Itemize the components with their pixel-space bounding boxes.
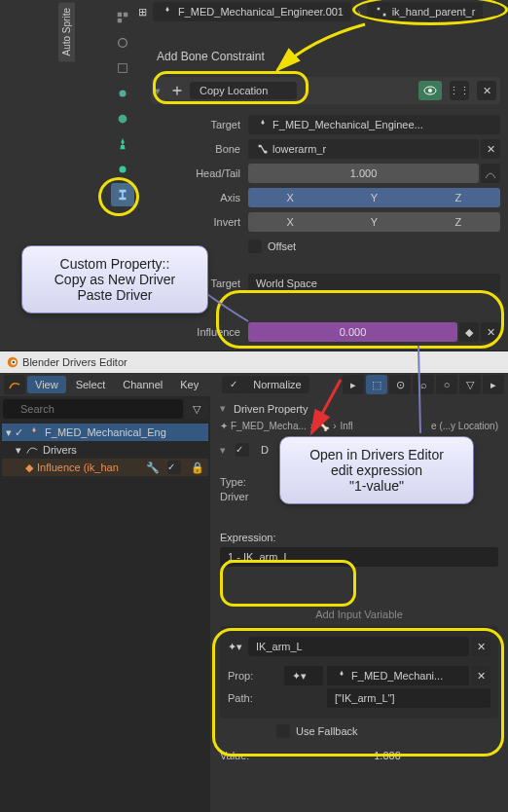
- bc-armature[interactable]: ✦ F_MED_Mecha...: [220, 421, 307, 431]
- fallback-checkbox[interactable]: [276, 724, 290, 738]
- invert-y-button[interactable]: Y: [332, 212, 416, 232]
- expression-label: Expression:: [220, 532, 498, 543]
- var-type-icon[interactable]: ✦▾: [228, 641, 242, 653]
- filter-button[interactable]: ▽: [459, 375, 481, 394]
- snap-button[interactable]: ⌕: [413, 375, 434, 394]
- select-menu[interactable]: Select: [68, 376, 114, 393]
- bone-label: Bone: [151, 143, 248, 155]
- key-menu[interactable]: Key: [172, 376, 206, 393]
- clear-prop-button[interactable]: ✕: [471, 666, 490, 685]
- select-box-button[interactable]: ⬚: [366, 375, 387, 394]
- influence-keyframe-button[interactable]: ◆: [459, 322, 479, 342]
- prop-value-field[interactable]: F_MED_Mechani...: [327, 666, 469, 685]
- bone-small-icon: [375, 5, 388, 18]
- path-field[interactable]: ["IK_arm_L"]: [327, 688, 490, 708]
- svg-point-4: [120, 166, 127, 173]
- render-icon[interactable]: [111, 31, 134, 55]
- search-input[interactable]: [3, 399, 183, 419]
- tree-influence-label: Influence (ik_han: [37, 461, 119, 473]
- headtail-curve-button[interactable]: [481, 164, 500, 183]
- value-label: Value:: [220, 750, 276, 761]
- add-bone-constraint[interactable]: Add Bone Constraint: [151, 44, 500, 69]
- armature-icon[interactable]: [111, 132, 134, 156]
- eye-icon: [423, 86, 437, 95]
- normalize-checkbox[interactable]: [230, 378, 243, 391]
- svg-point-9: [13, 361, 16, 364]
- bone-tiny-icon: [256, 142, 270, 156]
- tree-lock-icon[interactable]: 🔒: [191, 461, 204, 474]
- expression-field[interactable]: 1 - IK_arm_L: [220, 547, 498, 567]
- bone-field[interactable]: lowerarm_r: [248, 139, 479, 159]
- invert-label: Invert: [151, 216, 248, 228]
- tree-wrench-icon[interactable]: 🔧: [146, 461, 160, 474]
- auto-sprite-tab[interactable]: Auto Sprite: [58, 2, 75, 61]
- d-label: D: [261, 444, 269, 456]
- variable-name-field[interactable]: IK_arm_L: [248, 637, 469, 656]
- chevron-icon: ›: [357, 6, 361, 18]
- expand-icon[interactable]: [155, 85, 164, 97]
- delete-variable-button[interactable]: ✕: [471, 637, 490, 656]
- offset-label: Offset: [268, 240, 296, 252]
- axis-z-button[interactable]: Z: [417, 188, 500, 207]
- callout-drivers-editor: Open in Drivers Editor edit expression "…: [279, 436, 474, 504]
- world-icon[interactable]: [111, 107, 134, 130]
- tree-influence-row[interactable]: ◆ Influence (ik_han 🔧 🔒: [2, 459, 208, 476]
- svg-rect-1: [119, 64, 127, 73]
- headtail-field[interactable]: 1.000: [248, 164, 479, 183]
- target-label: Target: [151, 119, 248, 130]
- invert-x-button[interactable]: X: [248, 212, 332, 232]
- clear-bone-button[interactable]: ✕: [481, 139, 500, 159]
- armature-name: F_MED_Mechanical_Engineer.001: [178, 6, 344, 18]
- tree-drivers-row[interactable]: ▾ Drivers: [2, 441, 208, 459]
- channel-menu[interactable]: Channel: [115, 376, 170, 393]
- view-menu[interactable]: View: [27, 376, 66, 393]
- value-display: 1.000: [276, 750, 498, 761]
- filter-icon[interactable]: ▽: [186, 399, 207, 419]
- bone-breadcrumb[interactable]: ik_hand_parent_r: [367, 2, 484, 21]
- axis-buttons: X Y Z: [248, 188, 500, 207]
- axis-y-button[interactable]: Y: [332, 188, 416, 207]
- callout-custom-property: Custom Property:: Copy as New Driver Pas…: [21, 245, 208, 314]
- proportional-button[interactable]: ○: [436, 375, 457, 394]
- bone-constraint-icon[interactable]: [111, 183, 134, 206]
- constraint-visibility-button[interactable]: [418, 81, 442, 100]
- prop-type-dropdown[interactable]: ✦▾: [284, 666, 323, 685]
- bc-property[interactable]: Infl: [341, 421, 353, 431]
- svg-point-3: [119, 115, 127, 124]
- delete-constraint-button[interactable]: ✕: [477, 81, 496, 100]
- pivot-button[interactable]: ⊙: [389, 375, 411, 394]
- copy-location-icon: [170, 84, 184, 97]
- driven-property-breadcrumb: ✦ F_MED_Mecha... › 🦴 › Infl e (...y Loca…: [220, 421, 498, 431]
- sidebar-toggle-button[interactable]: ▸: [483, 375, 504, 394]
- editor-type-button[interactable]: [4, 375, 25, 394]
- constraint-name-field[interactable]: Copy Location: [190, 82, 297, 99]
- influence-slider[interactable]: 0.000: [248, 322, 457, 342]
- armature-breadcrumb[interactable]: F_MED_Mechanical_Engineer.001: [153, 2, 351, 21]
- target-space-field[interactable]: World Space: [248, 274, 500, 293]
- output-icon[interactable]: [111, 56, 134, 80]
- tool-icon[interactable]: [111, 6, 134, 29]
- breadcrumb-icon: ⊞: [138, 6, 147, 18]
- d-checkbox[interactable]: [236, 443, 249, 457]
- window-titlebar: Blender Drivers Editor: [0, 351, 508, 373]
- object-data-icon[interactable]: [111, 158, 134, 181]
- tree-influence-check[interactable]: [167, 461, 181, 474]
- offset-row[interactable]: Offset: [248, 237, 500, 256]
- drivers-tree-icon: [25, 443, 39, 457]
- driven-property-header[interactable]: Driven Property: [220, 402, 498, 415]
- influence-x-button[interactable]: ✕: [481, 322, 500, 342]
- scene-icon[interactable]: [111, 82, 134, 105]
- tree-root-row[interactable]: ▾ ✓ F_MED_Mechanical_Eng: [2, 424, 208, 441]
- target-field[interactable]: F_MED_Mechanical_Enginee...: [248, 115, 500, 134]
- invert-z-button[interactable]: Z: [417, 212, 500, 232]
- blender-icon: [6, 355, 19, 369]
- d-expand[interactable]: [220, 444, 230, 457]
- add-variable-button[interactable]: Add Input Variable: [220, 609, 498, 620]
- extras-button[interactable]: ⋮⋮: [450, 81, 469, 100]
- path-label: Path:: [228, 692, 284, 704]
- axis-label: Axis: [151, 192, 248, 203]
- axis-x-button[interactable]: X: [248, 188, 332, 207]
- offset-checkbox[interactable]: [248, 240, 262, 253]
- normalize-toggle[interactable]: Normalize: [222, 376, 309, 393]
- cursor-button[interactable]: ▸: [343, 375, 364, 394]
